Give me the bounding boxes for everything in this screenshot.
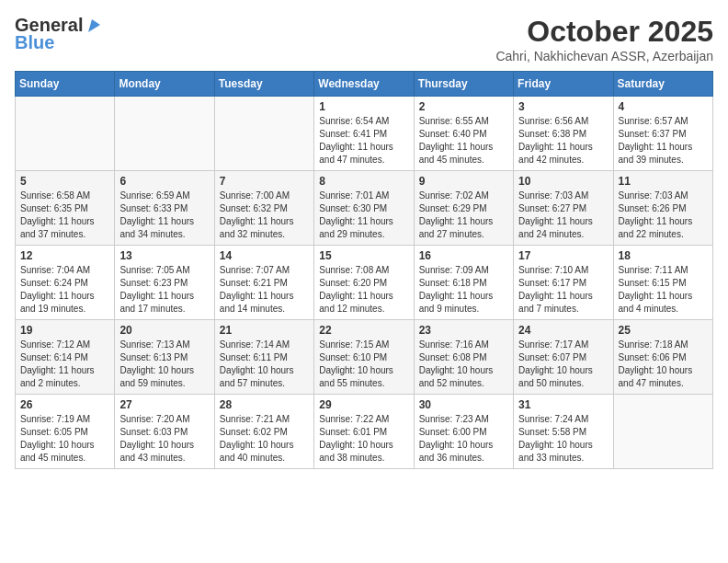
calendar-header-row: SundayMondayTuesdayWednesdayThursdayFrid… (16, 72, 713, 97)
day-number: 4 (619, 100, 708, 113)
day-number: 16 (419, 249, 508, 262)
day-info: Sunrise: 6:57 AM Sunset: 6:37 PM Dayligh… (619, 115, 708, 167)
day-info: Sunrise: 6:59 AM Sunset: 6:33 PM Dayligh… (119, 190, 209, 241)
day-info: Sunrise: 7:13 AM Sunset: 6:13 PM Dayligh… (119, 339, 209, 390)
day-info: Sunrise: 6:56 AM Sunset: 6:38 PM Dayligh… (518, 115, 608, 167)
day-info: Sunrise: 7:03 AM Sunset: 6:27 PM Dayligh… (518, 190, 608, 241)
calendar-week-row: 1Sunrise: 6:54 AM Sunset: 6:41 PM Daylig… (16, 97, 713, 171)
day-info: Sunrise: 7:00 AM Sunset: 6:32 PM Dayligh… (220, 190, 309, 241)
calendar-cell: 30Sunrise: 7:23 AM Sunset: 6:00 PM Dayli… (414, 395, 513, 469)
day-number: 15 (319, 249, 408, 262)
day-info: Sunrise: 7:21 AM Sunset: 6:02 PM Dayligh… (220, 413, 309, 465)
calendar-cell: 21Sunrise: 7:14 AM Sunset: 6:11 PM Dayli… (214, 320, 313, 395)
calendar-cell: 16Sunrise: 7:09 AM Sunset: 6:18 PM Dayli… (414, 246, 513, 320)
day-info: Sunrise: 7:15 AM Sunset: 6:10 PM Dayligh… (319, 339, 408, 390)
day-info: Sunrise: 7:08 AM Sunset: 6:20 PM Dayligh… (319, 264, 408, 316)
calendar-week-row: 5Sunrise: 6:58 AM Sunset: 6:35 PM Daylig… (16, 171, 713, 246)
day-number: 13 (119, 249, 209, 262)
calendar-cell (214, 97, 313, 171)
day-number: 28 (220, 398, 309, 411)
day-info: Sunrise: 7:19 AM Sunset: 6:05 PM Dayligh… (20, 413, 109, 465)
day-number: 12 (20, 249, 109, 262)
day-number: 8 (319, 175, 408, 188)
calendar-cell: 19Sunrise: 7:12 AM Sunset: 6:14 PM Dayli… (16, 320, 115, 395)
day-number: 17 (518, 249, 608, 262)
calendar-cell: 9Sunrise: 7:02 AM Sunset: 6:29 PM Daylig… (414, 171, 513, 246)
day-info: Sunrise: 6:58 AM Sunset: 6:35 PM Dayligh… (20, 190, 109, 241)
day-number: 11 (619, 175, 708, 188)
header-monday: Monday (115, 72, 214, 97)
calendar-cell: 7Sunrise: 7:00 AM Sunset: 6:32 PM Daylig… (214, 171, 313, 246)
calendar-cell: 27Sunrise: 7:20 AM Sunset: 6:03 PM Dayli… (115, 395, 214, 469)
calendar-cell: 6Sunrise: 6:59 AM Sunset: 6:33 PM Daylig… (115, 171, 214, 246)
logo-blue-text: Blue (15, 32, 54, 53)
calendar-cell: 8Sunrise: 7:01 AM Sunset: 6:30 PM Daylig… (314, 171, 414, 246)
calendar-week-row: 26Sunrise: 7:19 AM Sunset: 6:05 PM Dayli… (16, 395, 713, 469)
day-info: Sunrise: 7:03 AM Sunset: 6:26 PM Dayligh… (619, 190, 708, 241)
day-info: Sunrise: 6:54 AM Sunset: 6:41 PM Dayligh… (319, 115, 408, 167)
calendar-cell: 15Sunrise: 7:08 AM Sunset: 6:20 PM Dayli… (314, 246, 414, 320)
logo: General Blue (15, 15, 100, 53)
calendar-cell: 28Sunrise: 7:21 AM Sunset: 6:02 PM Dayli… (214, 395, 313, 469)
calendar-cell: 12Sunrise: 7:04 AM Sunset: 6:24 PM Dayli… (16, 246, 115, 320)
day-info: Sunrise: 7:05 AM Sunset: 6:23 PM Dayligh… (119, 264, 209, 316)
header-wednesday: Wednesday (314, 72, 414, 97)
calendar-cell: 29Sunrise: 7:22 AM Sunset: 6:01 PM Dayli… (314, 395, 414, 469)
day-info: Sunrise: 7:01 AM Sunset: 6:30 PM Dayligh… (319, 190, 408, 241)
day-number: 27 (119, 398, 209, 411)
day-number: 19 (20, 324, 109, 337)
day-info: Sunrise: 7:23 AM Sunset: 6:00 PM Dayligh… (419, 413, 508, 465)
calendar-cell: 31Sunrise: 7:24 AM Sunset: 5:58 PM Dayli… (514, 395, 613, 469)
day-info: Sunrise: 7:07 AM Sunset: 6:21 PM Dayligh… (220, 264, 309, 316)
title-area: October 2025 Cahri, Nakhichevan ASSR, Az… (495, 15, 713, 63)
calendar-cell (613, 395, 712, 469)
day-number: 3 (518, 100, 608, 113)
day-number: 21 (220, 324, 309, 337)
calendar-cell: 20Sunrise: 7:13 AM Sunset: 6:13 PM Dayli… (115, 320, 214, 395)
day-info: Sunrise: 7:04 AM Sunset: 6:24 PM Dayligh… (20, 264, 109, 316)
calendar-cell: 11Sunrise: 7:03 AM Sunset: 6:26 PM Dayli… (613, 171, 712, 246)
header-thursday: Thursday (414, 72, 513, 97)
day-number: 24 (518, 324, 608, 337)
calendar-week-row: 19Sunrise: 7:12 AM Sunset: 6:14 PM Dayli… (16, 320, 713, 395)
calendar-cell (16, 97, 115, 171)
day-number: 30 (419, 398, 508, 411)
header-tuesday: Tuesday (214, 72, 313, 97)
calendar-cell: 1Sunrise: 6:54 AM Sunset: 6:41 PM Daylig… (314, 97, 414, 171)
header-friday: Friday (514, 72, 613, 97)
day-info: Sunrise: 7:11 AM Sunset: 6:15 PM Dayligh… (619, 264, 708, 316)
calendar-cell (115, 97, 214, 171)
calendar-cell: 5Sunrise: 6:58 AM Sunset: 6:35 PM Daylig… (16, 171, 115, 246)
day-number: 6 (119, 175, 209, 188)
day-info: Sunrise: 7:24 AM Sunset: 5:58 PM Dayligh… (518, 413, 608, 465)
day-info: Sunrise: 6:55 AM Sunset: 6:40 PM Dayligh… (419, 115, 508, 167)
calendar-week-row: 12Sunrise: 7:04 AM Sunset: 6:24 PM Dayli… (16, 246, 713, 320)
day-number: 9 (419, 175, 508, 188)
calendar-cell: 18Sunrise: 7:11 AM Sunset: 6:15 PM Dayli… (613, 246, 712, 320)
day-info: Sunrise: 7:14 AM Sunset: 6:11 PM Dayligh… (220, 339, 309, 390)
day-number: 5 (20, 175, 109, 188)
page-header: General Blue October 2025 Cahri, Nakhich… (15, 15, 713, 63)
day-info: Sunrise: 7:10 AM Sunset: 6:17 PM Dayligh… (518, 264, 608, 316)
day-info: Sunrise: 7:20 AM Sunset: 6:03 PM Dayligh… (119, 413, 209, 465)
calendar-cell: 10Sunrise: 7:03 AM Sunset: 6:27 PM Dayli… (514, 171, 613, 246)
calendar-cell: 17Sunrise: 7:10 AM Sunset: 6:17 PM Dayli… (514, 246, 613, 320)
header-saturday: Saturday (613, 72, 712, 97)
day-number: 31 (518, 398, 608, 411)
day-number: 18 (619, 249, 708, 262)
location-text: Cahri, Nakhichevan ASSR, Azerbaijan (495, 49, 713, 63)
calendar-cell: 24Sunrise: 7:17 AM Sunset: 6:07 PM Dayli… (514, 320, 613, 395)
calendar-cell: 4Sunrise: 6:57 AM Sunset: 6:37 PM Daylig… (613, 97, 712, 171)
month-title: October 2025 (495, 15, 713, 49)
day-info: Sunrise: 7:16 AM Sunset: 6:08 PM Dayligh… (419, 339, 508, 390)
day-number: 7 (220, 175, 309, 188)
calendar-cell: 2Sunrise: 6:55 AM Sunset: 6:40 PM Daylig… (414, 97, 513, 171)
calendar-cell: 26Sunrise: 7:19 AM Sunset: 6:05 PM Dayli… (16, 395, 115, 469)
calendar-cell: 3Sunrise: 6:56 AM Sunset: 6:38 PM Daylig… (514, 97, 613, 171)
day-info: Sunrise: 7:22 AM Sunset: 6:01 PM Dayligh… (319, 413, 408, 465)
day-number: 14 (220, 249, 309, 262)
logo-triangle-icon (84, 17, 100, 34)
day-number: 29 (319, 398, 408, 411)
calendar-cell: 25Sunrise: 7:18 AM Sunset: 6:06 PM Dayli… (613, 320, 712, 395)
calendar-cell: 23Sunrise: 7:16 AM Sunset: 6:08 PM Dayli… (414, 320, 513, 395)
